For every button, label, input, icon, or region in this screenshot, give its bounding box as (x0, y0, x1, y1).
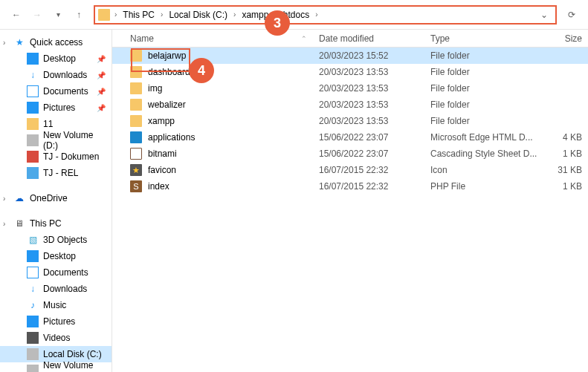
sidebar-item-label: Desktop (43, 53, 76, 64)
sidebar-item-label: Documents (43, 86, 88, 97)
sidebar-label: OneDrive (30, 193, 68, 203)
drive-icon (27, 348, 39, 360)
sidebar-item-label: Documents (43, 267, 88, 278)
file-type: File folder (424, 99, 543, 110)
pictures-icon (27, 102, 39, 114)
sidebar-item[interactable]: ♪Music (0, 297, 112, 313)
sidebar-item[interactable]: ▧3D Objects (0, 232, 112, 248)
chevron-right-icon: › (3, 39, 5, 47)
sidebar-item[interactable]: TJ - Dokumen (0, 149, 112, 165)
file-row[interactable]: img20/03/2023 13:53File folder (112, 80, 588, 97)
chevron-right-icon[interactable]: › (314, 10, 319, 19)
col-header-name[interactable]: Name⌃ (112, 33, 313, 44)
file-row[interactable]: belajarwp20/03/2023 15:52File folder (112, 48, 588, 64)
sidebar-item[interactable]: ↓Downloads (0, 281, 112, 297)
fav-icon: ★ (130, 164, 142, 176)
file-type: File folder (424, 116, 543, 126)
file-row[interactable]: applications15/06/2022 23:07Microsoft Ed… (112, 129, 588, 146)
col-header-type[interactable]: Type (424, 33, 543, 44)
file-size: 1 KB (543, 149, 588, 159)
pictures-icon (27, 316, 39, 327)
sidebar: › ★ Quick access Desktop📌↓Downloads📌Docu… (0, 30, 112, 372)
sidebar-item-label: Local Disk (C:) (43, 349, 102, 359)
breadcrumb-dropdown[interactable]: ⌄ (536, 10, 552, 20)
callout-badge-3: 3 (265, 10, 290, 36)
sidebar-item[interactable]: New Volume (D:) (0, 362, 112, 372)
php-icon: S (130, 180, 142, 192)
pc-icon: 🖥 (13, 218, 25, 229)
sidebar-quick-access[interactable]: › ★ Quick access (0, 34, 112, 50)
chevron-right-icon: › (3, 195, 5, 203)
pin-icon: 📌 (97, 88, 106, 96)
up-button[interactable]: ↑ (68, 4, 89, 25)
file-name: belajarwp (148, 50, 186, 61)
sidebar-this-pc[interactable]: › 🖥 This PC (0, 215, 112, 232)
sidebar-item[interactable]: Desktop (0, 248, 112, 264)
sidebar-item-label: Pictures (43, 316, 75, 327)
desktop-icon (27, 250, 39, 262)
sidebar-item[interactable]: Pictures📌 (0, 99, 112, 116)
file-row[interactable]: Sindex16/07/2015 22:32PHP File1 KB (112, 178, 588, 195)
file-row[interactable]: webalizer20/03/2023 13:53File folder (112, 97, 588, 113)
folder-red-icon (27, 151, 39, 163)
file-date: 15/06/2022 23:07 (313, 132, 424, 143)
file-row[interactable]: bitnami15/06/2022 23:07Cascading Style S… (112, 146, 588, 162)
edge-icon (130, 131, 142, 143)
folder-icon (130, 50, 142, 62)
file-type: File folder (424, 50, 543, 61)
cloud-icon: ☁ (13, 192, 25, 204)
file-row[interactable]: ★favicon16/07/2015 22:32Icon31 KB (112, 162, 588, 178)
file-date: 20/03/2023 13:53 (313, 67, 424, 77)
col-header-date[interactable]: Date modified (313, 33, 424, 44)
sidebar-onedrive[interactable]: › ☁ OneDrive (0, 190, 112, 206)
sidebar-item[interactable]: Documents (0, 264, 112, 281)
file-name: index (148, 181, 169, 192)
sidebar-item[interactable]: Pictures (0, 313, 112, 330)
file-name: favicon (148, 165, 176, 175)
file-row[interactable]: dashboard20/03/2023 13:53File folder (112, 64, 588, 80)
callout-badge-4: 4 (189, 58, 214, 83)
col-header-size[interactable]: Size (543, 33, 588, 44)
file-name: bitnami (148, 149, 177, 159)
sidebar-item-label: 11 (43, 119, 53, 129)
folder-icon (98, 9, 110, 21)
documents-icon (27, 85, 39, 97)
breadcrumb-item[interactable]: Local Disk (C:) (164, 7, 232, 23)
file-type: Cascading Style Sheet D... (424, 149, 543, 159)
file-row[interactable]: xampp20/03/2023 13:53File folder (112, 113, 588, 129)
file-date: 20/03/2023 13:53 (313, 99, 424, 110)
sidebar-item-label: Pictures (43, 102, 75, 113)
videos-icon (27, 332, 39, 344)
sidebar-item-label: 3D Objects (43, 235, 87, 245)
sidebar-item-label: Music (43, 300, 66, 310)
breadcrumb-item[interactable]: This PC (118, 7, 159, 23)
sidebar-item[interactable]: ↓Downloads📌 (0, 67, 112, 83)
forward-button[interactable]: → (27, 4, 48, 25)
chevron-right-icon[interactable]: › (113, 10, 118, 19)
refresh-button[interactable]: ⟳ (561, 4, 582, 25)
back-button[interactable]: ← (6, 4, 27, 25)
recent-locations-button[interactable]: ▾ (48, 4, 68, 25)
sidebar-item-label: Videos (43, 333, 70, 343)
sidebar-item-label: New Volume (D:) (43, 360, 106, 372)
file-name: webalizer (148, 99, 186, 110)
sidebar-item[interactable]: Desktop📌 (0, 50, 112, 67)
sidebar-item-label: TJ - Dokumen (43, 151, 99, 162)
toolbar: ← → ▾ ↑ › This PC›Local Disk (C:)›xampp›… (0, 0, 588, 30)
sidebar-item[interactable]: New Volume (D:) (0, 132, 112, 149)
sidebar-label: This PC (30, 218, 62, 229)
file-date: 15/06/2022 23:07 (313, 149, 424, 159)
chevron-right-icon[interactable]: › (232, 10, 237, 19)
file-size: 1 KB (543, 181, 588, 192)
chevron-right-icon[interactable]: › (159, 10, 164, 19)
file-size: 4 KB (543, 132, 588, 143)
sidebar-item[interactable]: Videos (0, 330, 112, 346)
breadcrumb[interactable]: › This PC›Local Disk (C:)›xampp›htdocs› … (94, 5, 557, 25)
sidebar-item[interactable]: TJ - REL (0, 165, 112, 181)
music-icon: ♪ (27, 299, 39, 311)
file-list[interactable]: belajarwp20/03/2023 15:52File folderdash… (112, 48, 588, 372)
file-date: 20/03/2023 13:53 (313, 83, 424, 94)
sidebar-item-label: Downloads (43, 284, 87, 294)
sidebar-item[interactable]: Documents📌 (0, 83, 112, 99)
file-name: img (148, 83, 162, 94)
